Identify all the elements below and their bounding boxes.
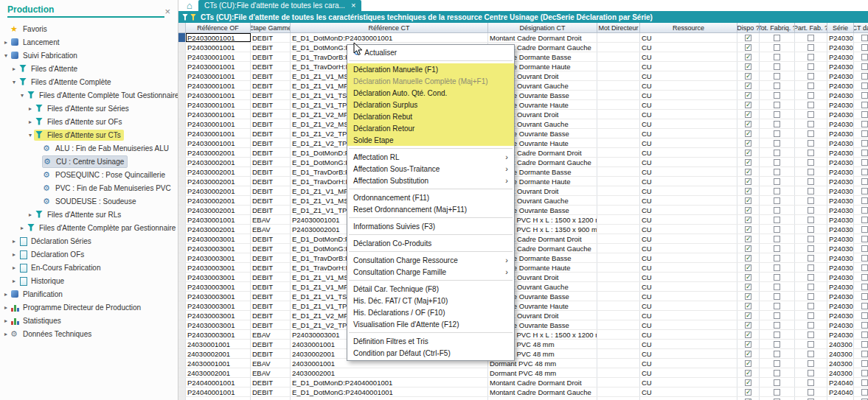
grid-row[interactable]: P24030001001DEBITE_D1_Z1_V2_MPiv:P240300… xyxy=(178,110,868,119)
cell-tot[interactable] xyxy=(760,397,795,400)
cell-designation[interactable]: Montant Cadre Dormant Gauche xyxy=(488,387,597,396)
menu-item[interactable]: Détail Car. Technique (F8) xyxy=(347,283,514,295)
cell-serie[interactable]: P24030 xyxy=(827,301,854,310)
grid-row[interactable]: 24030001001DEBIT24030001001Ouvrant PVC 4… xyxy=(178,340,868,349)
checkbox-ctdans[interactable] xyxy=(861,92,868,99)
cell-part[interactable] xyxy=(795,234,827,243)
cell-ressource[interactable]: CU xyxy=(640,177,737,186)
cell-designation[interactable]: Dormant PVC 48 mm xyxy=(488,368,597,377)
cell-mot[interactable] xyxy=(597,349,640,358)
cell-of[interactable]: P24030002001 xyxy=(186,158,251,166)
checkbox-ctdans[interactable] xyxy=(861,293,868,300)
cell-ressource[interactable]: CU xyxy=(640,52,737,61)
cell-tot[interactable] xyxy=(760,368,795,377)
cell-dispo[interactable] xyxy=(737,119,760,128)
cell-mot[interactable] xyxy=(597,397,640,400)
checkbox-tot[interactable] xyxy=(774,207,780,214)
sidebar-item-programme-directeur-de-production[interactable]: ▸ Programme Directeur de Production xyxy=(0,301,178,314)
checkbox-ctdans[interactable] xyxy=(861,226,868,233)
cell-part[interactable] xyxy=(795,167,827,176)
cell-part[interactable] xyxy=(795,273,827,281)
grid-row[interactable]: P24030001001DEBITE_D1_Z1_V1_MSer:P240300… xyxy=(178,71,868,81)
cell-ctdans[interactable] xyxy=(854,387,868,396)
tree-item-content[interactable]: Files d'Attente Complète xyxy=(18,77,114,88)
cell-etape[interactable]: EBAV xyxy=(251,368,291,377)
column-header-designation[interactable]: Désignation CT xyxy=(488,23,597,32)
cell-mot[interactable] xyxy=(597,215,640,224)
cell-etape[interactable]: DEBIT xyxy=(251,119,291,128)
cell-serie[interactable]: P24030 xyxy=(827,100,854,109)
expand-arrow-icon[interactable]: ▸ xyxy=(2,291,10,298)
cell-of[interactable]: 24030002001 xyxy=(186,368,251,377)
checkbox-ctdans[interactable] xyxy=(861,44,868,51)
checkbox-tot[interactable] xyxy=(774,370,780,376)
grid-row[interactable]: P24030003001DEBITE_D1_Z1_V1_MPiv:P240300… xyxy=(178,282,868,292)
cell-dispo[interactable] xyxy=(737,349,760,358)
cell-of[interactable]: P24030001001 xyxy=(186,91,251,99)
checkbox-part[interactable] xyxy=(808,226,814,233)
cell-serie[interactable]: P24030 xyxy=(827,253,854,262)
menu-item[interactable]: Informations Suivies (F3) xyxy=(347,220,514,232)
cell-mot[interactable] xyxy=(597,387,640,396)
cell-etape[interactable]: DEBIT xyxy=(251,129,291,138)
cell-ctdans[interactable] xyxy=(854,206,868,214)
cell-ctdans[interactable] xyxy=(854,292,868,301)
cell-of[interactable]: P24030001001 xyxy=(186,138,251,147)
cell-dispo[interactable] xyxy=(737,244,760,253)
cell-ressource[interactable]: CU xyxy=(640,244,737,253)
cell-dispo[interactable] xyxy=(737,273,760,281)
cell-part[interactable] xyxy=(795,33,827,42)
cell-mot[interactable] xyxy=(597,110,640,119)
cell-of[interactable]: 24030002001 xyxy=(186,349,251,358)
tree-item-content[interactable]: PVC : Fin de Fab Menuiseries PVC xyxy=(42,183,174,194)
checkbox-tot[interactable] xyxy=(774,130,780,137)
expand-arrow-icon[interactable]: ▾ xyxy=(27,132,34,138)
tree-item-content[interactable]: Files d'Attente sur CTs xyxy=(34,130,124,141)
cell-of[interactable]: P24030001001 xyxy=(186,129,251,138)
checkbox-ctdans[interactable] xyxy=(861,264,868,271)
row-selector[interactable] xyxy=(178,330,186,339)
checkbox-ctdans[interactable] xyxy=(861,130,868,137)
grid-row[interactable]: 24030001001EBAV24030001001Dormant PVC 48… xyxy=(178,359,868,368)
cell-ressource[interactable]: CU xyxy=(640,158,737,166)
expand-arrow-icon[interactable]: ▸ xyxy=(27,211,34,218)
row-selector[interactable] xyxy=(178,119,186,128)
cell-mot[interactable] xyxy=(597,311,640,320)
cell-part[interactable] xyxy=(795,52,827,61)
checkbox-tot[interactable] xyxy=(774,284,780,290)
cell-etape[interactable]: DEBIT xyxy=(251,177,291,186)
grid-row[interactable]: 24030002001EBAV24030002001Dormant PVC 48… xyxy=(178,368,868,378)
row-selector[interactable] xyxy=(178,110,186,119)
cell-mot[interactable] xyxy=(597,91,640,99)
cell-ressource[interactable]: CU xyxy=(640,378,737,387)
sidebar-item-favoris[interactable]: Favoris xyxy=(0,22,178,35)
checkbox-dispo[interactable] xyxy=(745,178,751,185)
cell-dispo[interactable] xyxy=(737,52,760,61)
cell-etape[interactable]: DEBIT xyxy=(251,320,291,329)
cell-etape[interactable]: EBAV xyxy=(251,359,291,368)
cell-of[interactable]: P24030002001 xyxy=(186,177,251,186)
checkbox-dispo[interactable] xyxy=(745,111,751,118)
checkbox-tot[interactable] xyxy=(774,35,780,41)
cell-ressource[interactable]: CU xyxy=(640,359,737,368)
cell-serie[interactable]: P24030 xyxy=(827,225,854,234)
sidebar-item-lancement[interactable]: ▸ Lancement xyxy=(0,35,178,49)
cell-etape[interactable]: DEBIT xyxy=(251,253,291,262)
checkbox-part[interactable] xyxy=(808,303,814,309)
cell-mot[interactable] xyxy=(597,148,640,157)
cell-etape[interactable]: DEBIT xyxy=(251,206,291,214)
home-button[interactable]: ⌂ xyxy=(181,0,198,11)
checkbox-part[interactable] xyxy=(808,370,814,376)
checkbox-tot[interactable] xyxy=(774,73,780,80)
cell-tot[interactable] xyxy=(760,186,795,195)
cell-tot[interactable] xyxy=(760,330,795,339)
checkbox-tot[interactable] xyxy=(774,102,780,108)
cell-designation[interactable]: Montant Cadre Dormant Droit xyxy=(488,378,597,387)
cell-of[interactable]: P24030003001 xyxy=(186,320,251,329)
cell-serie[interactable]: P24030 xyxy=(827,158,854,166)
tree-item-content[interactable]: Files d'Attente sur Séries xyxy=(34,103,132,114)
cell-ressource[interactable]: CU xyxy=(640,148,737,157)
cell-of[interactable]: P24030003001 xyxy=(186,330,251,339)
cell-ressource[interactable]: CU xyxy=(640,282,737,291)
cell-dispo[interactable] xyxy=(737,340,760,348)
